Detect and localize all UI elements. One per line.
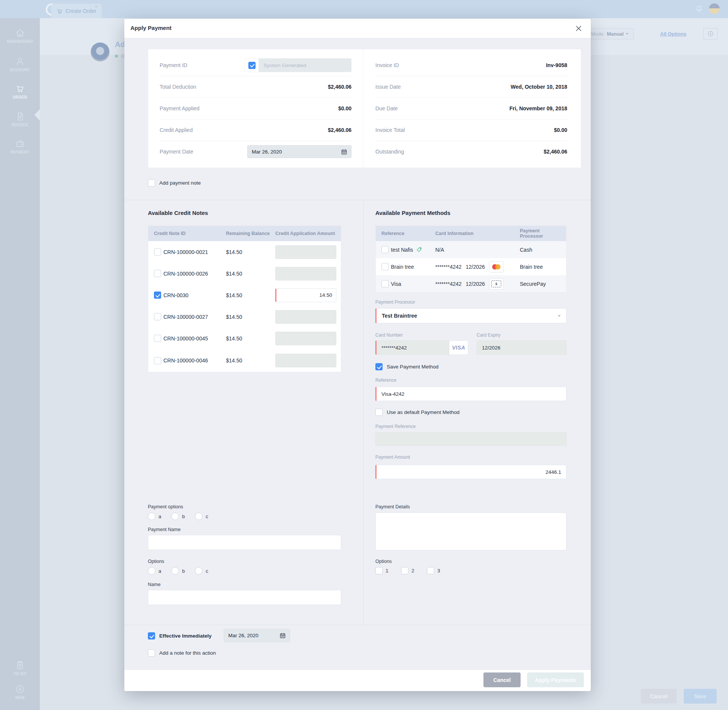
save-payment-method-row[interactable]: Save Payment Method xyxy=(375,363,439,370)
add-circle-button[interactable] xyxy=(703,28,718,39)
credit-amount-input[interactable] xyxy=(275,267,336,281)
add-action-note-checkbox[interactable] xyxy=(148,649,155,657)
payment-processor-label: Payment Processor xyxy=(375,299,415,305)
mode-dropdown[interactable]: Mode: Manual xyxy=(586,28,634,39)
sidebar-item-todo[interactable]: TO DO xyxy=(0,660,40,676)
effective-immediately-row[interactable]: Effective Immediately xyxy=(148,632,212,639)
payment-details-textarea[interactable] xyxy=(375,513,566,550)
credit-applied-value: $2,460.06 xyxy=(328,127,351,133)
calendar-icon xyxy=(280,633,286,638)
close-icon[interactable] xyxy=(574,24,583,33)
page-save-button[interactable]: Save xyxy=(684,689,717,704)
credit-amount-input[interactable] xyxy=(275,332,336,345)
payment-name-input[interactable] xyxy=(148,535,341,550)
payment-methods-heading: Available Payment Methods xyxy=(375,210,450,216)
plus-circle-icon xyxy=(707,30,714,37)
radio-option-b[interactable]: b xyxy=(171,513,185,520)
column-divider xyxy=(363,200,364,625)
payment-method-checkbox[interactable] xyxy=(381,280,389,287)
reference-input[interactable] xyxy=(375,387,566,401)
name-input[interactable] xyxy=(148,590,341,605)
radio-option-b[interactable]: b xyxy=(171,567,185,575)
modal-footer: Cancel Apply Payments xyxy=(124,669,591,691)
plus-circle-icon xyxy=(15,684,25,694)
credit-amount-input[interactable] xyxy=(275,354,336,367)
modal-title: Apply Payment xyxy=(130,25,171,31)
checkbox-option-1[interactable]: 1 xyxy=(375,567,388,574)
save-payment-method-checkbox[interactable] xyxy=(375,363,383,370)
credit-amount-input[interactable] xyxy=(275,288,336,302)
sidebar-item-payment[interactable]: PAYMENT xyxy=(0,139,40,154)
system-generated-checkbox[interactable] xyxy=(248,62,256,69)
payment-method-checkbox[interactable] xyxy=(381,263,389,270)
credit-notes-heading: Available Credit Notes xyxy=(148,210,208,216)
credit-note-checkbox[interactable] xyxy=(154,270,161,277)
credit-amount-input[interactable] xyxy=(275,245,336,259)
payment-processor-select[interactable]: Test Braintree xyxy=(375,308,566,323)
total-deduction-value: $2,460.06 xyxy=(328,84,351,90)
card-number-label: Card Number xyxy=(375,332,403,338)
tab-close-icon[interactable]: ✕ xyxy=(94,4,98,9)
payment-method-row: test Nafis N/A Cash xyxy=(376,241,566,258)
credit-note-checkbox[interactable] xyxy=(154,335,161,342)
radio-option-c[interactable]: c xyxy=(195,567,208,575)
credit-note-checkbox[interactable] xyxy=(154,357,161,364)
payment-reference-label: Payment Reference xyxy=(375,424,416,429)
credit-note-checkbox[interactable] xyxy=(154,292,161,299)
sidebar-item-dashboard[interactable]: DASHBOARD xyxy=(0,28,40,44)
apply-payments-button[interactable]: Apply Payments xyxy=(527,672,584,687)
effective-immediately-checkbox[interactable] xyxy=(148,632,155,639)
add-action-note-row[interactable]: Add a note for this action xyxy=(148,649,216,657)
credit-note-checkbox[interactable] xyxy=(154,313,161,320)
effective-date-picker[interactable]: Mar 26, 2020 xyxy=(224,629,290,642)
calendar-icon xyxy=(341,149,347,155)
sidebar-item-new[interactable]: NEW xyxy=(0,684,40,700)
due-date-value: Fri, November 09, 2018 xyxy=(509,105,567,111)
payment-amount-input[interactable] xyxy=(375,465,566,479)
add-payment-note-row[interactable]: Add payment note xyxy=(148,179,201,187)
radio-option-c[interactable]: c xyxy=(195,513,208,520)
payment-methods-table: Reference Card Information Payment Proce… xyxy=(375,226,566,293)
default-payment-method-row[interactable]: Use as default Payment Method xyxy=(375,409,460,416)
payment-summary-card: Payment ID Total Deduction $2,460.06 Pay… xyxy=(148,49,581,168)
home-icon xyxy=(15,28,25,38)
payment-reference-input[interactable] xyxy=(375,432,566,446)
radio-option-a[interactable]: a xyxy=(148,567,161,575)
all-options-link[interactable]: All Options xyxy=(660,31,686,37)
active-item-notch xyxy=(35,109,40,121)
checkbox-option-3[interactable]: 3 xyxy=(427,567,440,574)
user-avatar[interactable] xyxy=(709,3,720,14)
cancel-button[interactable]: Cancel xyxy=(483,672,521,687)
summary-right: Invoice IDInv-9058 Issue DateWed, Octobe… xyxy=(363,49,581,168)
add-payment-note-checkbox[interactable] xyxy=(148,179,155,187)
cart-icon xyxy=(15,84,25,94)
payment-applied-value: $0.00 xyxy=(338,105,351,111)
default-payment-method-checkbox[interactable] xyxy=(375,409,383,416)
section-divider xyxy=(124,200,591,200)
page-cancel-button[interactable]: Cancel xyxy=(641,689,677,704)
radio-option-a[interactable]: a xyxy=(148,513,161,520)
mode-label: Mode: xyxy=(591,31,605,37)
card-number-field[interactable]: *******4242 VISA xyxy=(375,340,468,355)
payment-name-label: Payment Name xyxy=(148,527,180,532)
top-navigation-bar: Create Order ✕ xyxy=(0,0,728,18)
payment-date-picker[interactable]: Mar 26, 2020 xyxy=(247,145,351,158)
chevron-down-icon xyxy=(558,315,561,317)
sidebar-item-order[interactable]: ORDER xyxy=(0,84,40,99)
credit-notes-table: Credit Note ID Remaining Balance Credit … xyxy=(148,226,341,372)
options-group-right: 1 2 3 xyxy=(375,567,450,574)
card-expiry-field[interactable]: 12/2026 xyxy=(477,340,566,355)
payment-method-checkbox[interactable] xyxy=(381,246,389,253)
credit-note-checkbox[interactable] xyxy=(154,248,161,255)
payment-details-label: Payment Details xyxy=(375,504,410,509)
options-group-left: a b c xyxy=(148,567,218,575)
payment-id-input[interactable] xyxy=(259,58,351,72)
tag-icon xyxy=(416,247,422,253)
credit-amount-input[interactable] xyxy=(275,310,336,324)
person-icon xyxy=(15,56,25,66)
sidebar-item-invoice[interactable]: INVOICE xyxy=(0,111,40,127)
name-label: Name xyxy=(148,582,160,587)
checkbox-option-2[interactable]: 2 xyxy=(401,567,414,574)
bell-icon[interactable] xyxy=(695,5,703,13)
sidebar-item-account[interactable]: ACCOUNT xyxy=(0,56,40,72)
